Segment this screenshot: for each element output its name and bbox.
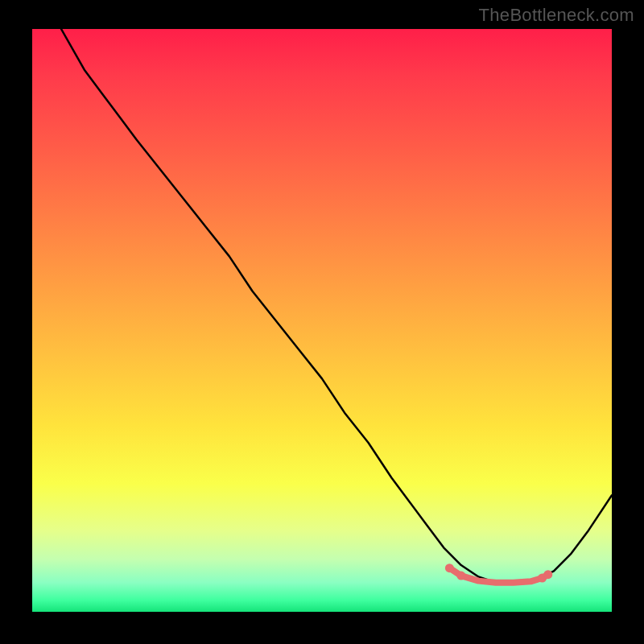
- watermark-text: TheBottleneck.com: [479, 5, 634, 26]
- bottleneck-curve: [61, 29, 612, 583]
- optimal-range-dot: [456, 572, 465, 580]
- plot-area: [32, 29, 612, 612]
- optimal-range-dot: [445, 564, 454, 572]
- chart-container: TheBottleneck.com: [0, 0, 644, 644]
- optimal-range-dot: [543, 570, 552, 579]
- chart-svg: [32, 29, 612, 612]
